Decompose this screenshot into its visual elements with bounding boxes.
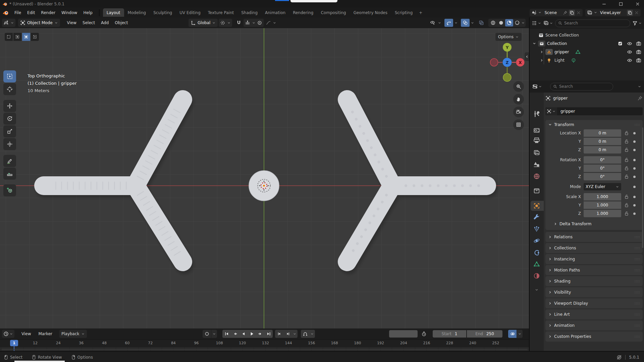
id-type-selector[interactable] (545, 107, 557, 115)
tool-move[interactable] (3, 100, 16, 112)
panel-grip[interactable]: :::: (635, 123, 640, 126)
tab-collection-properties[interactable] (533, 187, 540, 194)
tool-add-cube[interactable] (3, 184, 16, 196)
stopwatch-icon[interactable] (421, 331, 427, 337)
chevron-down-icon[interactable] (471, 21, 474, 25)
viewport-menu-view[interactable]: View (64, 19, 79, 26)
outliner-filter[interactable] (632, 20, 642, 26)
panel-viewport-display[interactable]: Viewport Display:::: (545, 298, 643, 308)
lock-icon[interactable] (624, 166, 629, 171)
properties-scrollbar[interactable] (642, 127, 643, 248)
expand-icon[interactable] (532, 42, 536, 46)
proportional-edit-toggle[interactable] (256, 19, 264, 27)
hide-eye-icon[interactable] (627, 49, 632, 55)
scale-x-field[interactable]: 1.000 (584, 193, 621, 200)
animate-dot[interactable] (633, 196, 636, 198)
animate-dot[interactable] (633, 204, 636, 206)
location-z-field[interactable]: 0 m (584, 146, 621, 154)
scene-selector[interactable]: Scene (530, 9, 583, 16)
more-tabs-icon[interactable] (535, 288, 539, 292)
pin-id-icon[interactable] (637, 96, 643, 101)
tool-options-button[interactable]: Options (495, 33, 522, 41)
select-mode-intersect[interactable] (31, 33, 39, 41)
tab-physics-properties[interactable] (533, 237, 540, 244)
chevron-down-icon[interactable] (438, 21, 441, 25)
add-workspace-button[interactable]: + (416, 8, 425, 17)
workspace-tab-scripting[interactable]: Scripting (391, 8, 416, 17)
render-camera-icon[interactable] (636, 58, 641, 63)
tool-annotate[interactable] (3, 155, 16, 167)
hide-eye-icon[interactable] (627, 41, 632, 46)
menu-help[interactable]: Help (80, 9, 95, 16)
view-layer-selector[interactable]: ViewLayer (585, 9, 641, 16)
animate-dot[interactable] (633, 167, 636, 170)
workspace-tab-shading[interactable]: Shading (237, 8, 261, 17)
lock-icon[interactable] (624, 194, 629, 199)
tab-view-layer-properties[interactable] (533, 149, 540, 156)
menu-edit[interactable]: Edit (24, 9, 38, 16)
panel-custom-properties[interactable]: Custom Properties:::: (545, 331, 643, 342)
menu-render[interactable]: Render (38, 9, 58, 16)
transform-panel-header[interactable]: Transform :::: (545, 120, 643, 129)
next-keyframe-button[interactable] (256, 330, 264, 338)
tab-constraint-properties[interactable] (533, 249, 540, 256)
sidebar-collapse-tab[interactable] (525, 52, 529, 61)
location-x-field[interactable]: 0 m (584, 129, 621, 137)
scale-z-field[interactable]: 1.000 (584, 210, 621, 217)
snap-toggle[interactable] (235, 19, 243, 27)
offline-icon[interactable] (616, 355, 622, 360)
delta-transform-panel[interactable]: Delta Transform (545, 220, 643, 228)
jump-to-end-button[interactable] (264, 330, 273, 338)
gizmos-toggle[interactable] (444, 19, 453, 27)
auto-key-options[interactable] (211, 330, 217, 338)
animate-dot[interactable] (633, 186, 636, 188)
hide-eye-icon[interactable] (627, 58, 632, 63)
new-view-layer-button[interactable] (627, 10, 633, 16)
workspace-tab-sculpting[interactable]: Sculpting (150, 8, 176, 17)
preview-range-options[interactable] (309, 330, 315, 338)
panel-collections[interactable]: Collections:::: (545, 243, 643, 253)
preview-range-toggle[interactable] (301, 330, 309, 338)
tab-modifier-properties[interactable] (533, 214, 540, 221)
lock-icon[interactable] (624, 157, 629, 163)
tab-output-properties[interactable] (533, 137, 540, 144)
tool-select-box[interactable] (3, 70, 16, 82)
object-visibility-selector[interactable] (429, 19, 437, 27)
tool-measure[interactable] (3, 168, 16, 180)
auto-key-toggle[interactable] (203, 330, 211, 338)
rotation-x-field[interactable]: 0° (584, 156, 621, 164)
select-mode-extend[interactable] (13, 33, 21, 41)
minimize-button[interactable] (602, 2, 606, 6)
outliner-display-mode[interactable] (532, 20, 541, 26)
playback-menu[interactable]: Playback (59, 330, 87, 338)
shading-material-button[interactable] (505, 19, 513, 26)
menu-window[interactable]: Window (58, 9, 80, 16)
timeline-editor-type[interactable] (2, 330, 14, 338)
rotation-z-field[interactable]: 0° (584, 173, 621, 180)
menu-file[interactable]: File (11, 9, 24, 16)
zoom-button[interactable] (513, 81, 524, 92)
step-options[interactable] (292, 330, 298, 338)
rotation-y-field[interactable]: 0° (584, 165, 621, 172)
animate-dot[interactable] (633, 149, 636, 151)
play-reverse-button[interactable] (239, 330, 248, 338)
shading-wireframe-button[interactable] (489, 19, 497, 26)
panel-instancing[interactable]: Instancing:::: (545, 254, 643, 264)
scale-y-field[interactable]: 1.000 (584, 201, 621, 209)
viewport-menu-object[interactable]: Object (112, 19, 131, 26)
outliner-row-collection[interactable]: Collection (530, 39, 644, 48)
new-scene-button[interactable] (569, 10, 575, 16)
tab-world-properties[interactable] (533, 173, 540, 180)
animate-dot[interactable] (633, 213, 636, 215)
lock-icon[interactable] (624, 202, 629, 208)
tab-scene-properties[interactable] (533, 161, 540, 168)
outliner-row-gripper[interactable]: gripper (530, 48, 644, 56)
play-button[interactable] (248, 330, 256, 338)
properties-search[interactable]: Search (550, 83, 613, 90)
outliner-filter-type[interactable] (543, 20, 553, 26)
xray-toggle[interactable] (477, 19, 485, 27)
workspace-tab-rendering[interactable]: Rendering (289, 8, 317, 17)
outliner-row-scene-collection[interactable]: Scene Collection (530, 31, 644, 39)
blender-menu-icon[interactable] (3, 10, 9, 16)
tab-particle-properties[interactable] (533, 226, 540, 232)
